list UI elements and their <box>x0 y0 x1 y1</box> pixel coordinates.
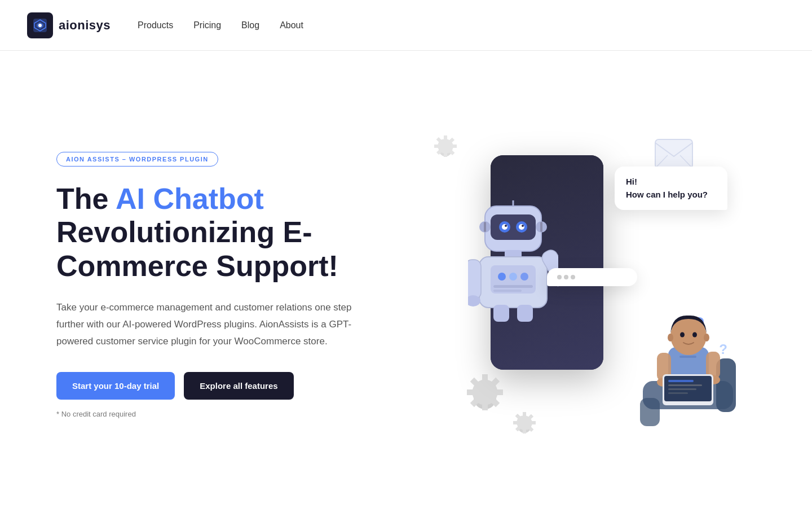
nav-pricing[interactable]: Pricing <box>193 20 221 30</box>
logo-link[interactable]: aionisys <box>27 12 111 38</box>
gear-top-left-icon <box>429 133 462 167</box>
svg-point-18 <box>498 273 506 281</box>
hero-badge: AION ASSISTS – WORDPRESS PLUGIN <box>56 152 218 167</box>
chat-bubble-main: Hi! How can I help you? <box>615 167 727 210</box>
svg-rect-41 <box>679 356 696 358</box>
no-credit-card-text: * No credit card required <box>56 410 392 418</box>
nav-blog[interactable]: Blog <box>241 20 259 30</box>
svg-point-9 <box>502 224 508 230</box>
svg-rect-51 <box>668 392 688 394</box>
dot-3 <box>571 275 575 279</box>
typing-dots <box>557 275 575 279</box>
svg-rect-31 <box>540 222 542 232</box>
svg-rect-26 <box>493 305 509 322</box>
svg-rect-23 <box>468 260 481 299</box>
hero-title-after: Revolutionizing E-Commerce Support! <box>56 216 338 282</box>
hero-title: The AI Chatbot Revolutionizing E-Commerc… <box>56 182 392 283</box>
dot-2 <box>564 275 568 279</box>
svg-rect-22 <box>493 290 522 292</box>
svg-point-11 <box>505 225 507 227</box>
hero-section: AION ASSISTS – WORDPRESS PLUGIN The AI C… <box>0 51 812 508</box>
svg-rect-21 <box>493 285 533 288</box>
gear-large-icon <box>457 370 513 426</box>
svg-rect-34 <box>640 398 660 426</box>
svg-point-53 <box>680 332 685 338</box>
svg-point-56 <box>704 334 709 341</box>
svg-point-12 <box>522 225 524 227</box>
svg-rect-48 <box>668 380 694 382</box>
svg-point-55 <box>668 334 673 341</box>
cta-secondary-button[interactable]: Explore all features <box>184 372 293 400</box>
svg-point-10 <box>519 224 524 230</box>
svg-point-1 <box>38 24 42 27</box>
cta-buttons: Start your 10-day trial Explore all feat… <box>56 372 392 400</box>
svg-rect-50 <box>668 388 696 390</box>
svg-rect-2 <box>655 139 692 168</box>
nav-about[interactable]: About <box>280 20 303 30</box>
nav-products[interactable]: Products <box>138 20 173 30</box>
robot-illustration <box>468 200 558 325</box>
chat-bubble-dots <box>547 268 637 286</box>
dot-1 <box>557 275 562 279</box>
logo-svg <box>31 16 49 34</box>
svg-point-54 <box>692 332 697 338</box>
hero-title-highlight: AI Chatbot <box>116 182 264 215</box>
hero-title-before: The <box>56 182 116 215</box>
navbar: aionisys Products Pricing Blog About <box>0 0 812 51</box>
gear-small-icon <box>508 409 541 443</box>
envelope-icon <box>654 138 694 169</box>
chat-text-line1: Hi! <box>626 176 716 189</box>
illustration-container: Hi! How can I help you? ? ? ? <box>423 121 739 449</box>
svg-rect-30 <box>484 222 486 232</box>
svg-rect-6 <box>491 214 536 240</box>
brand-name: aionisys <box>59 18 111 33</box>
svg-rect-49 <box>668 384 702 386</box>
person-illustration <box>637 302 739 426</box>
svg-rect-27 <box>517 305 533 322</box>
svg-point-19 <box>509 273 517 281</box>
hero-description: Take your e-commerce management and cust… <box>56 299 361 349</box>
chat-text-line2: How can I help you? <box>626 189 716 202</box>
cta-primary-button[interactable]: Start your 10-day trial <box>56 372 175 400</box>
hero-illustration: Hi! How can I help you? ? ? ? <box>406 121 756 449</box>
svg-point-20 <box>520 273 528 281</box>
logo-icon <box>27 12 53 38</box>
hero-content: AION ASSISTS – WORDPRESS PLUGIN The AI C… <box>56 152 392 419</box>
nav-links: Products Pricing Blog About <box>138 20 303 30</box>
